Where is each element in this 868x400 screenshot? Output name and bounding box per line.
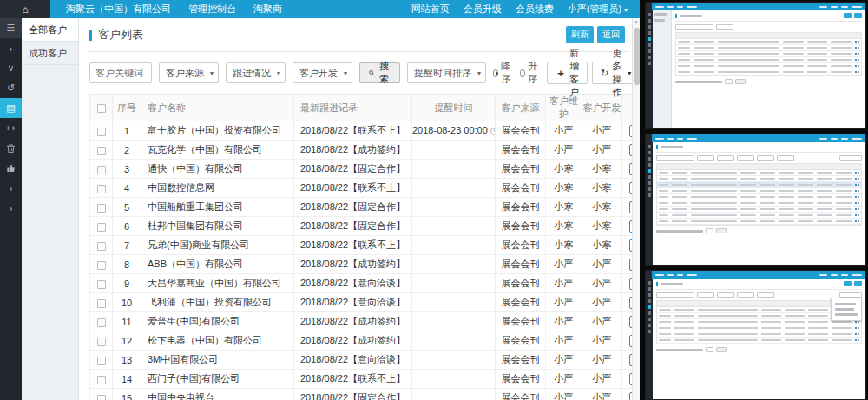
row-checkbox[interactable]: [97, 357, 106, 365]
sort-asc-radio[interactable]: 升序: [520, 60, 540, 86]
chevron-down-icon: ▾: [477, 69, 481, 77]
sort-select[interactable]: 提醒时间排序▾: [407, 62, 486, 83]
customer-developer: 小严: [582, 255, 622, 274]
keyword-input[interactable]: [89, 62, 152, 83]
preview-panel: [645, 270, 866, 400]
page-preview-strip: [640, 0, 868, 400]
row-index: 13: [113, 351, 141, 370]
user-menu[interactable]: 小严(管理员)▾: [568, 3, 628, 16]
menu-icon[interactable]: ☰: [0, 18, 22, 38]
chevron-down-icon[interactable]: ∨: [0, 58, 22, 78]
table-row: 10 飞利浦（中国）投资有限公司 2018/08/22【意向洽谈】 ◷ 展会会刊…: [90, 293, 633, 312]
row-checkbox[interactable]: [97, 376, 106, 384]
row-checkbox[interactable]: [97, 128, 106, 136]
row-checkbox[interactable]: [97, 261, 106, 270]
chevron-right-icon[interactable]: ›: [0, 178, 22, 198]
scrollbar-thumb[interactable]: [634, 28, 640, 85]
preview-panel: [645, 2, 866, 129]
followup-select[interactable]: 跟进情况▾: [226, 62, 286, 83]
table-row: 12 松下电器（中国）有限公司 2018/08/22【成功签约】 ◷ 展会会刊 …: [90, 331, 633, 351]
table-row: 2 瓦克化学（中国）有限公司 2018/08/22【成功签约】 ◷ 展会会刊 小…: [90, 141, 633, 160]
customer-source: 展会会刊: [496, 179, 546, 198]
customer-developer: 小严: [582, 293, 622, 312]
customer-keeper: 小寒: [546, 217, 582, 236]
table-row: 3 通快（中国）有限公司 2018/08/22【固定合作】 ◷ 展会会刊 小寒 …: [90, 160, 633, 179]
chevron-down-icon: ▾: [628, 69, 631, 77]
customer-developer: 小寒: [582, 236, 622, 255]
source-select[interactable]: 客户来源▾: [159, 62, 219, 83]
home-button[interactable]: ⌂: [0, 0, 50, 18]
followup-record: 2018/08/22【成功签约】: [294, 331, 412, 351]
followup-record: 2018/08/22【联系不上】: [294, 236, 412, 255]
add-customer-button[interactable]: ＋新增客户: [547, 62, 588, 84]
customer-source: 展会会刊: [496, 370, 546, 389]
row-checkbox[interactable]: [97, 166, 106, 174]
top-navbar: ⌂ 淘聚云（中国）有限公司管理控制台淘聚商 网站首页会员升级会员续费小严(管理员…: [0, 0, 640, 18]
row-checkbox[interactable]: [97, 185, 106, 193]
logout-icon[interactable]: ↦: [0, 118, 22, 138]
thumbs-up-icon[interactable]: [0, 158, 22, 178]
row-checkbox[interactable]: [97, 204, 106, 213]
nav-item[interactable]: 会员升级: [464, 3, 502, 16]
row-checkbox[interactable]: [97, 338, 106, 346]
nav-item[interactable]: 会员续费: [516, 3, 554, 16]
row-checkbox[interactable]: [97, 242, 106, 251]
content-area: 客户列表 刷新 返回 客户来源▾ 跟进情况▾ 客户开发▾ 搜索 提醒时间排: [79, 18, 632, 400]
chevron-right-icon[interactable]: ›: [0, 198, 22, 218]
nav-item[interactable]: 淘聚云（中国）有限公司: [66, 3, 171, 16]
open-dropdown-menu: [831, 298, 862, 321]
refresh-button[interactable]: 刷新: [566, 26, 594, 43]
row-checkbox[interactable]: [97, 318, 106, 327]
sidebar-item-success-customers[interactable]: 成功客户: [22, 42, 78, 65]
more-actions-button[interactable]: ↻更多操作▾: [592, 62, 632, 84]
history-icon[interactable]: ↺: [0, 78, 22, 98]
customer-keeper: 小严: [546, 141, 582, 160]
col-actions: 操作: [622, 95, 633, 121]
customer-source: 展会会刊: [496, 141, 546, 160]
customer-keeper: 小严: [546, 121, 582, 141]
nav-item[interactable]: 管理控制台: [188, 3, 236, 16]
row-index: 6: [113, 217, 141, 236]
customer-name: 杜邦中国集团有限公司: [141, 217, 294, 236]
col-customer-name: 客户名称: [141, 95, 294, 121]
table-row: 1 富士胶片（中国）投资有限公司 2018/08/22【联系不上】 2018-0…: [90, 121, 633, 141]
followup-record: 2018/08/22【成功签约】: [294, 141, 412, 160]
row-index: 10: [113, 293, 141, 312]
customer-developer: 小严: [582, 351, 622, 370]
customer-name: 通快（中国）有限公司: [141, 160, 294, 179]
chevron-right-icon[interactable]: ›: [0, 38, 22, 58]
title-bar: 客户列表 刷新 返回: [89, 26, 628, 52]
nav-item[interactable]: 网站首页: [411, 3, 450, 16]
customer-developer: 小严: [582, 312, 622, 331]
customer-developer: 小严: [582, 121, 622, 141]
row-index: 11: [113, 312, 141, 331]
sidebar-item-all-customers[interactable]: 全部客户: [22, 18, 78, 42]
home-icon: ⌂: [22, 3, 28, 16]
scroll-up-icon[interactable]: ▲: [633, 18, 640, 26]
customer-name: 大昌华嘉商业（中国）有限公司: [141, 274, 294, 293]
row-checkbox[interactable]: [97, 299, 106, 308]
back-button[interactable]: 返回: [597, 26, 625, 43]
row-index: 9: [113, 274, 141, 293]
search-button[interactable]: 搜索: [359, 62, 400, 83]
customer-name: 松下电器（中国）有限公司: [141, 331, 294, 351]
row-checkbox[interactable]: [97, 223, 106, 232]
row-checkbox[interactable]: [97, 395, 106, 400]
row-checkbox[interactable]: [97, 280, 106, 289]
row-checkbox[interactable]: [97, 147, 106, 155]
developer-select[interactable]: 客户开发▾: [293, 62, 352, 83]
customer-keeper: 小寒: [546, 160, 582, 179]
sort-desc-radio[interactable]: 降序: [493, 60, 513, 86]
customer-name: 中国中央电视台: [141, 389, 294, 400]
chevron-down-icon: ▾: [344, 69, 347, 77]
nav-item[interactable]: 淘聚商: [253, 3, 282, 16]
select-all-checkbox[interactable]: [97, 104, 106, 113]
customer-source: 展会会刊: [496, 217, 546, 236]
customer-source: 展会会刊: [496, 312, 546, 331]
customer-source: 展会会刊: [496, 331, 546, 351]
list-icon[interactable]: ▤: [0, 98, 22, 118]
search-icon: [369, 69, 375, 77]
followup-record: 2018/08/22【意向洽谈】: [294, 293, 412, 312]
trash-icon[interactable]: [0, 138, 22, 158]
vertical-scrollbar[interactable]: ▲: [632, 18, 640, 400]
